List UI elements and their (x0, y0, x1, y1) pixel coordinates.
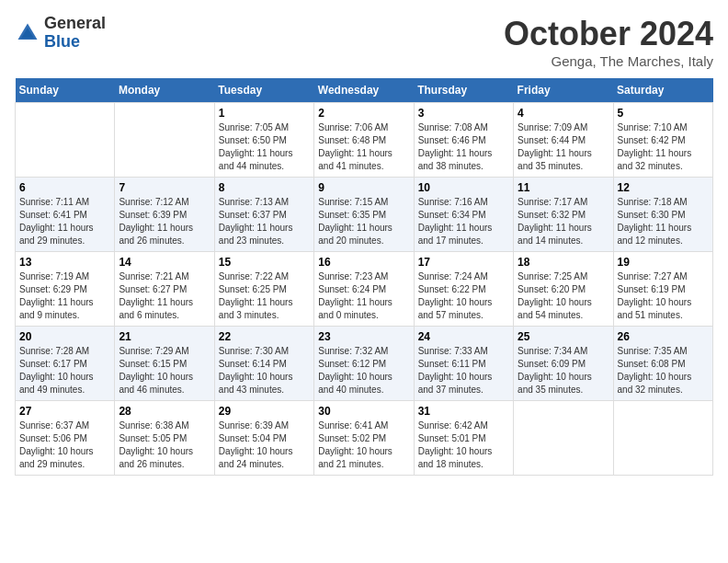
calendar-cell: 14Sunrise: 7:21 AM Sunset: 6:27 PM Dayli… (115, 252, 214, 327)
day-number: 1 (219, 107, 310, 120)
calendar-cell: 23Sunrise: 7:32 AM Sunset: 6:12 PM Dayli… (314, 327, 414, 401)
calendar-cell: 7Sunrise: 7:12 AM Sunset: 6:39 PM Daylig… (115, 178, 214, 252)
header-day-tuesday: Tuesday (214, 78, 313, 103)
header-day-friday: Friday (514, 78, 613, 103)
day-number: 13 (19, 256, 110, 269)
logo-icon (15, 20, 40, 46)
week-row-2: 6Sunrise: 7:11 AM Sunset: 6:41 PM Daylig… (16, 178, 713, 252)
day-info: Sunrise: 7:32 AM Sunset: 6:12 PM Dayligh… (318, 345, 409, 396)
calendar-cell: 31Sunrise: 6:42 AM Sunset: 5:01 PM Dayli… (414, 401, 513, 476)
calendar-cell: 12Sunrise: 7:18 AM Sunset: 6:30 PM Dayli… (613, 178, 712, 252)
header-day-sunday: Sunday (16, 78, 115, 103)
day-number: 3 (418, 107, 509, 120)
day-number: 18 (518, 256, 609, 269)
day-number: 15 (219, 256, 310, 269)
calendar-cell: 22Sunrise: 7:30 AM Sunset: 6:14 PM Dayli… (214, 327, 313, 401)
calendar-cell: 28Sunrise: 6:38 AM Sunset: 5:05 PM Dayli… (115, 401, 214, 476)
calendar-cell: 11Sunrise: 7:17 AM Sunset: 6:32 PM Dayli… (514, 178, 613, 252)
day-number: 26 (618, 330, 709, 343)
day-info: Sunrise: 7:16 AM Sunset: 6:34 PM Dayligh… (418, 196, 509, 247)
page-header: General Blue October 2024 Genga, The Mar… (15, 15, 713, 69)
day-info: Sunrise: 6:42 AM Sunset: 5:01 PM Dayligh… (418, 419, 509, 471)
day-number: 5 (618, 107, 709, 120)
calendar-cell: 24Sunrise: 7:33 AM Sunset: 6:11 PM Dayli… (414, 327, 513, 401)
day-number: 21 (119, 330, 210, 343)
day-info: Sunrise: 7:12 AM Sunset: 6:39 PM Dayligh… (119, 196, 210, 247)
day-number: 28 (119, 405, 210, 418)
day-info: Sunrise: 7:30 AM Sunset: 6:14 PM Dayligh… (219, 345, 310, 396)
day-number: 30 (318, 405, 409, 418)
header-day-saturday: Saturday (613, 78, 712, 103)
week-row-4: 20Sunrise: 7:28 AM Sunset: 6:17 PM Dayli… (16, 327, 713, 401)
day-number: 12 (618, 181, 709, 194)
day-number: 23 (318, 330, 409, 343)
day-number: 31 (418, 405, 509, 418)
day-number: 29 (219, 405, 310, 418)
day-info: Sunrise: 7:21 AM Sunset: 6:27 PM Dayligh… (119, 270, 210, 322)
logo-blue: Blue (44, 33, 106, 52)
calendar-cell: 21Sunrise: 7:29 AM Sunset: 6:15 PM Dayli… (115, 327, 214, 401)
day-info: Sunrise: 7:06 AM Sunset: 6:48 PM Dayligh… (318, 121, 409, 173)
day-number: 10 (418, 181, 509, 194)
day-number: 11 (518, 181, 609, 194)
day-number: 27 (19, 405, 110, 418)
calendar-cell: 20Sunrise: 7:28 AM Sunset: 6:17 PM Dayli… (16, 327, 115, 401)
day-number: 25 (518, 330, 609, 343)
week-row-5: 27Sunrise: 6:37 AM Sunset: 5:06 PM Dayli… (16, 401, 713, 476)
calendar-cell: 19Sunrise: 7:27 AM Sunset: 6:19 PM Dayli… (613, 252, 712, 327)
calendar-cell: 10Sunrise: 7:16 AM Sunset: 6:34 PM Dayli… (414, 178, 513, 252)
header-day-monday: Monday (115, 78, 214, 103)
day-info: Sunrise: 7:08 AM Sunset: 6:46 PM Dayligh… (418, 121, 509, 173)
day-info: Sunrise: 6:38 AM Sunset: 5:05 PM Dayligh… (119, 419, 210, 471)
day-number: 24 (418, 330, 509, 343)
week-row-3: 13Sunrise: 7:19 AM Sunset: 6:29 PM Dayli… (16, 252, 713, 327)
title-block: October 2024 Genga, The Marches, Italy (504, 15, 713, 69)
calendar-cell: 29Sunrise: 6:39 AM Sunset: 5:04 PM Dayli… (214, 401, 313, 476)
location: Genga, The Marches, Italy (504, 53, 713, 69)
calendar-cell: 17Sunrise: 7:24 AM Sunset: 6:22 PM Dayli… (414, 252, 513, 327)
month-title: October 2024 (504, 15, 713, 53)
calendar-cell: 1Sunrise: 7:05 AM Sunset: 6:50 PM Daylig… (214, 103, 313, 178)
day-number: 7 (119, 181, 210, 194)
week-row-1: 1Sunrise: 7:05 AM Sunset: 6:50 PM Daylig… (16, 103, 713, 178)
calendar-cell: 2Sunrise: 7:06 AM Sunset: 6:48 PM Daylig… (314, 103, 414, 178)
day-info: Sunrise: 7:11 AM Sunset: 6:41 PM Dayligh… (19, 196, 110, 247)
calendar-cell: 18Sunrise: 7:25 AM Sunset: 6:20 PM Dayli… (514, 252, 613, 327)
calendar-cell: 3Sunrise: 7:08 AM Sunset: 6:46 PM Daylig… (414, 103, 513, 178)
day-number: 4 (518, 107, 609, 120)
day-info: Sunrise: 7:15 AM Sunset: 6:35 PM Dayligh… (318, 196, 409, 247)
day-info: Sunrise: 7:19 AM Sunset: 6:29 PM Dayligh… (19, 270, 110, 322)
calendar-cell: 15Sunrise: 7:22 AM Sunset: 6:25 PM Dayli… (214, 252, 313, 327)
calendar-cell: 5Sunrise: 7:10 AM Sunset: 6:42 PM Daylig… (613, 103, 712, 178)
day-info: Sunrise: 7:10 AM Sunset: 6:42 PM Dayligh… (618, 121, 709, 173)
calendar-cell (115, 103, 214, 178)
calendar-cell: 27Sunrise: 6:37 AM Sunset: 5:06 PM Dayli… (16, 401, 115, 476)
day-number: 8 (219, 181, 310, 194)
header-day-thursday: Thursday (414, 78, 513, 103)
logo-general: General (44, 15, 106, 33)
day-number: 2 (318, 107, 409, 120)
day-info: Sunrise: 7:28 AM Sunset: 6:17 PM Dayligh… (19, 345, 110, 396)
day-number: 16 (318, 256, 409, 269)
day-number: 19 (618, 256, 709, 269)
calendar-table: SundayMondayTuesdayWednesdayThursdayFrid… (15, 78, 713, 476)
calendar-cell: 16Sunrise: 7:23 AM Sunset: 6:24 PM Dayli… (314, 252, 414, 327)
day-info: Sunrise: 7:18 AM Sunset: 6:30 PM Dayligh… (618, 196, 709, 247)
day-info: Sunrise: 7:27 AM Sunset: 6:19 PM Dayligh… (618, 270, 709, 322)
calendar-cell: 26Sunrise: 7:35 AM Sunset: 6:08 PM Dayli… (613, 327, 712, 401)
calendar-cell (514, 401, 613, 476)
day-number: 22 (219, 330, 310, 343)
day-info: Sunrise: 7:09 AM Sunset: 6:44 PM Dayligh… (518, 121, 609, 173)
day-info: Sunrise: 6:39 AM Sunset: 5:04 PM Dayligh… (219, 419, 310, 471)
day-info: Sunrise: 7:24 AM Sunset: 6:22 PM Dayligh… (418, 270, 509, 322)
day-info: Sunrise: 7:05 AM Sunset: 6:50 PM Dayligh… (219, 121, 310, 173)
logo: General Blue (15, 15, 106, 52)
calendar-cell: 30Sunrise: 6:41 AM Sunset: 5:02 PM Dayli… (314, 401, 414, 476)
calendar-cell (613, 401, 712, 476)
day-info: Sunrise: 7:22 AM Sunset: 6:25 PM Dayligh… (219, 270, 310, 322)
day-info: Sunrise: 6:37 AM Sunset: 5:06 PM Dayligh… (19, 419, 110, 471)
calendar-cell: 6Sunrise: 7:11 AM Sunset: 6:41 PM Daylig… (16, 178, 115, 252)
calendar-header-row: SundayMondayTuesdayWednesdayThursdayFrid… (16, 78, 713, 103)
day-number: 20 (19, 330, 110, 343)
day-info: Sunrise: 7:33 AM Sunset: 6:11 PM Dayligh… (418, 345, 509, 396)
